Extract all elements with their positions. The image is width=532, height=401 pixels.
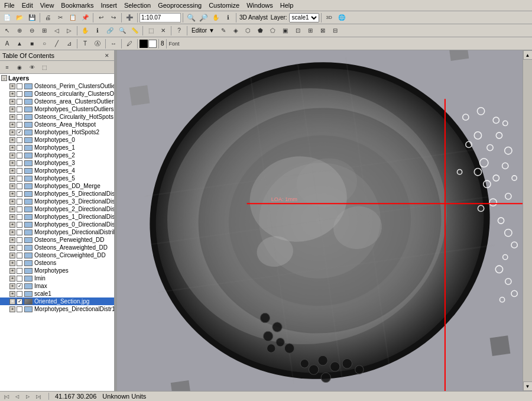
- draw-btn1[interactable]: A: [1, 38, 13, 49]
- select-tool[interactable]: ⬚: [145, 25, 157, 36]
- toc-item[interactable]: +Morphotypes_1_DirectionalDistr: [0, 213, 114, 221]
- toc-selection-btn[interactable]: ⬚: [38, 62, 50, 73]
- toc-item-checkbox[interactable]: [17, 253, 22, 258]
- menu-help[interactable]: Help: [277, 1, 297, 9]
- toc-item-checkbox[interactable]: [17, 176, 22, 182]
- toc-close-button[interactable]: ✕: [102, 51, 112, 60]
- cut-button[interactable]: ✂: [54, 12, 66, 23]
- toc-item[interactable]: +Morphotypes_HotSpots2: [0, 128, 114, 136]
- toc-item[interactable]: +Morphotypes_3_DirectionalDistr: [0, 198, 114, 205]
- editor-btn8[interactable]: ⊞: [304, 25, 316, 36]
- editor-btn1[interactable]: ✎: [218, 25, 229, 36]
- toc-item[interactable]: +Imax: [0, 282, 114, 290]
- menu-view[interactable]: View: [37, 1, 57, 9]
- zoom-in-tool[interactable]: ⊕: [14, 25, 25, 36]
- toc-item-checkbox[interactable]: [17, 106, 22, 112]
- toc-item-checkbox[interactable]: [17, 137, 22, 143]
- toc-item-expand[interactable]: +: [9, 106, 15, 112]
- toc-item-expand[interactable]: +: [9, 222, 15, 228]
- toc-item-checkbox[interactable]: [17, 206, 22, 212]
- copy-button[interactable]: 📋: [67, 12, 79, 23]
- toc-item-checkbox[interactable]: [17, 145, 22, 151]
- toc-item-expand[interactable]: +: [9, 137, 15, 143]
- toc-item-checkbox[interactable]: [17, 214, 22, 220]
- toc-item-checkbox[interactable]: [17, 306, 22, 312]
- scroll-up-button[interactable]: ▲: [523, 50, 533, 60]
- toc-item-checkbox[interactable]: [17, 276, 22, 282]
- toc-item[interactable]: +Osteons_circularity_ClustersOutliers3: [0, 90, 114, 98]
- menu-windows[interactable]: Windows: [244, 1, 276, 9]
- toc-item-checkbox[interactable]: [17, 91, 22, 97]
- redo-button[interactable]: ↪: [108, 12, 119, 23]
- toc-item[interactable]: +Osteons_Perim_ClustersOutliers1: [0, 82, 114, 90]
- toc-item-expand[interactable]: +: [9, 299, 15, 305]
- toc-source-btn[interactable]: ◉: [14, 62, 25, 73]
- editor-btn10[interactable]: ⊟: [329, 25, 341, 36]
- toc-item[interactable]: +Morphotypes_2: [0, 151, 114, 159]
- toc-item[interactable]: +Morphotypes_0: [0, 136, 114, 144]
- toc-item-checkbox[interactable]: [17, 229, 22, 235]
- toc-item[interactable]: +Osteons_Perweighted_DD: [0, 236, 114, 244]
- toc-item[interactable]: +Morphotypes_ClustersOutliers: [0, 105, 114, 113]
- toc-item-checkbox[interactable]: [17, 222, 22, 228]
- editor-btn2[interactable]: ◈: [230, 25, 242, 36]
- toc-item[interactable]: +Morphotypes_5_DirectionalDistr: [0, 190, 114, 198]
- layers-group-header[interactable]: - Layers: [0, 74, 114, 82]
- editor-btn5[interactable]: ⬠: [267, 25, 279, 36]
- toc-item-expand[interactable]: +: [9, 283, 15, 289]
- toc-item-checkbox[interactable]: [17, 153, 22, 159]
- toc-item[interactable]: +Oriented_Section.jpg: [0, 297, 114, 305]
- toc-item[interactable]: +Morphotypes_DD_Merge: [0, 182, 114, 190]
- toc-item[interactable]: +Morphotypes_4: [0, 167, 114, 174]
- draw-btn10[interactable]: 🖊: [124, 38, 135, 49]
- layer-select[interactable]: scale1: [289, 13, 319, 22]
- toc-item[interactable]: +Osteons_Area_Hotspot: [0, 121, 114, 128]
- toc-item-expand[interactable]: +: [9, 237, 15, 243]
- toc-item[interactable]: +Osteons_Circularity_HotSpots: [0, 113, 114, 121]
- toc-list-btn[interactable]: ≡: [1, 62, 13, 73]
- undo-button[interactable]: ↩: [95, 12, 107, 23]
- clear-select-tool[interactable]: ✕: [157, 25, 169, 36]
- toc-item-expand[interactable]: +: [9, 168, 15, 174]
- toc-item-checkbox[interactable]: [17, 99, 22, 105]
- toc-item-checkbox[interactable]: [17, 268, 22, 274]
- toc-item-expand[interactable]: +: [9, 206, 15, 212]
- pan-tool[interactable]: ✋: [79, 25, 91, 36]
- scroll-down-button[interactable]: ▼: [523, 381, 533, 391]
- toc-item-expand[interactable]: +: [9, 191, 15, 197]
- toc-item-expand[interactable]: +: [9, 183, 15, 189]
- toc-item[interactable]: +Osteons_Circweighted_DD: [0, 251, 114, 259]
- toc-item[interactable]: +Osteons_area_ClustersOutliers2: [0, 98, 114, 105]
- measure-tool[interactable]: 📏: [129, 25, 141, 36]
- toc-item[interactable]: +Osteons_Areaweighted_DD: [0, 244, 114, 251]
- menu-edit[interactable]: Edit: [19, 1, 36, 9]
- toc-item[interactable]: +Imin: [0, 274, 114, 282]
- draw-font[interactable]: Font: [168, 38, 180, 49]
- toc-item-checkbox[interactable]: [17, 237, 22, 243]
- draw-btn2[interactable]: ▲: [14, 38, 25, 49]
- draw-btn4[interactable]: ○: [38, 38, 50, 49]
- toc-item-expand[interactable]: +: [9, 153, 15, 159]
- find-tool[interactable]: 🔍: [116, 25, 128, 36]
- draw-btn5[interactable]: ╱: [51, 38, 63, 49]
- toc-item[interactable]: +Morphotypes: [0, 267, 114, 274]
- toc-item-checkbox[interactable]: [17, 114, 22, 120]
- pan-button[interactable]: ✋: [210, 12, 222, 23]
- draw-btn6[interactable]: ⊿: [63, 38, 75, 49]
- status-last-btn[interactable]: ▷|: [34, 392, 43, 400]
- status-back-btn[interactable]: ◁: [13, 392, 21, 400]
- toc-item-expand[interactable]: +: [9, 145, 15, 151]
- toc-item-checkbox[interactable]: [17, 183, 22, 189]
- toc-item-checkbox[interactable]: [17, 130, 22, 135]
- editor-btn9[interactable]: ⊠: [317, 25, 329, 36]
- editor-btn6[interactable]: ▣: [280, 25, 291, 36]
- toc-item-expand[interactable]: +: [9, 253, 15, 258]
- zoom-in-button[interactable]: 🔍: [185, 12, 197, 23]
- toc-item[interactable]: +Morphotypes_3: [0, 159, 114, 167]
- toc-item-expand[interactable]: +: [9, 83, 15, 89]
- toc-item-expand[interactable]: +: [9, 260, 15, 266]
- menu-bookmarks[interactable]: Bookmarks: [58, 1, 96, 9]
- draw-btn8[interactable]: Ⓐ: [92, 38, 103, 49]
- status-fwd-btn[interactable]: ▷: [24, 392, 32, 400]
- editor-btn4[interactable]: ⬟: [255, 25, 267, 36]
